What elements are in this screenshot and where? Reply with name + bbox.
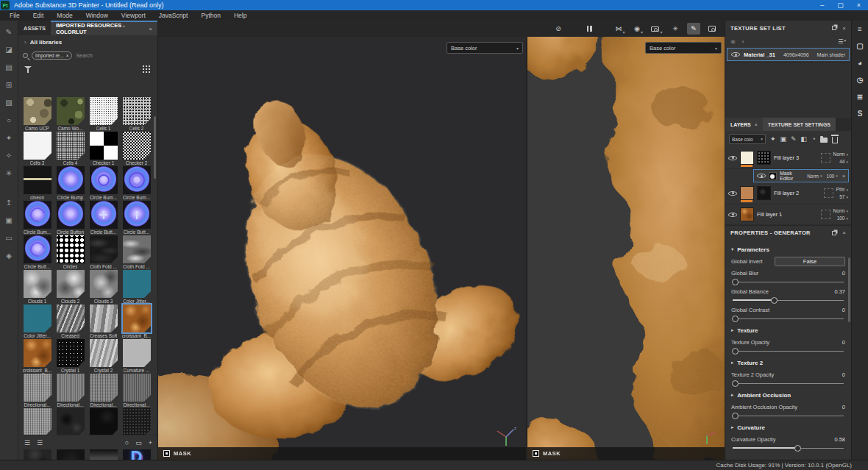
add-asset-button[interactable]: + — [149, 439, 152, 446]
close-button[interactable]: × — [857, 1, 861, 9]
mask-thumbnail[interactable] — [757, 186, 771, 200]
popout-icon[interactable] — [832, 231, 836, 235]
close-tab-icon[interactable]: × — [149, 26, 152, 32]
asset-item[interactable]: Circle Butt... — [87, 201, 120, 235]
asset-item[interactable]: Color Jitter... — [21, 305, 54, 339]
mask-toggle-2d[interactable] — [533, 450, 539, 457]
tool-icon[interactable]: ▤ — [3, 62, 15, 73]
slider-knob[interactable] — [732, 380, 739, 387]
blend-mode-select[interactable]: Norm▾ — [807, 174, 822, 179]
tab-layers[interactable]: LAYERS × — [725, 118, 763, 131]
gizmo-icon[interactable]: ◉▾ — [632, 23, 645, 35]
menu-item[interactable]: File — [3, 10, 26, 21]
layer-thumbnail[interactable] — [740, 207, 754, 221]
tool-icon[interactable]: ○ — [3, 115, 15, 126]
import-resources-icon[interactable]: ☰ — [37, 439, 43, 446]
tool-icon[interactable]: ▣ — [3, 215, 15, 226]
chip-close-icon[interactable]: × — [66, 53, 69, 58]
asset-item[interactable]: Checker 1 — [87, 132, 120, 166]
texture-set-row[interactable]: Material _31 4096x4096 Main shader — [727, 48, 850, 61]
search-filter-chip[interactable]: Imported re... × — [32, 51, 72, 60]
menu-item[interactable]: Window — [79, 10, 115, 21]
blend-mode-select[interactable]: Norm▾ — [833, 208, 848, 213]
opacity-select[interactable]: 57▾ — [839, 194, 848, 199]
asset-item[interactable]: Crystal 2 — [87, 339, 120, 374]
asset-item[interactable]: Checker 2 — [120, 132, 153, 166]
popout-icon[interactable] — [832, 26, 836, 30]
asset-item[interactable]: croissant_B... — [21, 339, 54, 374]
menu-item[interactable]: JavaScript — [152, 10, 195, 21]
asset-item[interactable]: Camo Wo... — [54, 97, 87, 132]
eye-icon[interactable] — [728, 154, 737, 162]
opacity-select[interactable]: 100▾ — [827, 174, 838, 179]
pause-engine-icon[interactable] — [583, 23, 596, 35]
rail-icon[interactable]: ◕ — [858, 59, 862, 67]
asset-item[interactable]: Camo UCP — [21, 97, 54, 132]
menu-item[interactable]: Python — [194, 10, 227, 21]
asset-item[interactable]: Cells 4 — [54, 132, 87, 166]
asset-item[interactable]: Cloth Fold ... — [120, 235, 153, 270]
eye-icon[interactable] — [757, 172, 766, 179]
menu-item[interactable]: Help — [227, 10, 253, 21]
close-tab-icon[interactable]: × — [755, 122, 758, 127]
section-curvature[interactable]: ▸ Curvature — [731, 421, 845, 433]
filter-icon[interactable] — [24, 65, 32, 73]
tool-icon[interactable]: ▭ — [3, 232, 15, 243]
section-ambient-occlusion[interactable]: ▸ Ambient Occlusion — [731, 389, 845, 401]
mask-toggle-3d[interactable] — [163, 450, 170, 457]
slider-track[interactable] — [733, 315, 844, 322]
minimize-button[interactable]: – — [820, 1, 824, 9]
slider-knob[interactable] — [794, 445, 801, 452]
menu-item[interactable]: Viewport — [115, 10, 152, 21]
material-mode-box[interactable] — [821, 210, 830, 219]
menu-item[interactable]: Mode — [50, 10, 79, 21]
tool-icon[interactable]: ✧ — [3, 150, 15, 161]
properties-scrollbar[interactable] — [848, 257, 850, 322]
tool-icon[interactable]: ◪ — [3, 44, 15, 55]
asset-item[interactable]: Directional... — [120, 374, 153, 408]
asset-item[interactable]: Circle Butt... — [120, 201, 153, 235]
panel-view-icon[interactable]: ▭ — [135, 439, 142, 446]
menu-item[interactable]: Edit — [26, 10, 51, 21]
viewport-3d[interactable]: Base color ▾ z MASK — [158, 21, 526, 460]
channel-filter-select[interactable]: Base colo ▾ — [729, 134, 766, 144]
layer-row-fill-2[interactable]: Fill layer 2 Pthr▾ 57▾ — [725, 182, 851, 204]
eye-icon[interactable] — [728, 211, 737, 218]
tool-icon[interactable]: ⊞ — [3, 79, 15, 90]
rail-icon[interactable]: ≡ — [858, 25, 862, 33]
rail-icon[interactable]: ◷ — [857, 76, 864, 84]
asset-item[interactable]: Cells 1 — [87, 97, 120, 132]
eye-icon[interactable] — [731, 51, 740, 58]
add-paint-layer-icon[interactable]: ✎ — [791, 135, 797, 143]
section-parameters[interactable]: ▾ Parameters — [731, 243, 845, 255]
slider-knob[interactable] — [732, 413, 739, 419]
slider-track[interactable] — [733, 412, 844, 419]
opacity-select[interactable]: 100▾ — [837, 216, 848, 221]
asset-item[interactable]: Cloth Fold ... — [87, 235, 120, 270]
asset-item[interactable]: Circle Bump — [54, 166, 87, 201]
maximize-button[interactable]: ▢ — [837, 1, 844, 9]
asset-item[interactable]: Directional... — [54, 374, 87, 408]
slider-track[interactable] — [733, 444, 844, 452]
asset-item[interactable]: Creases Soft — [87, 305, 120, 339]
asset-item[interactable]: Circle Button — [54, 201, 87, 235]
list-options-icon[interactable]: ☰▾ — [838, 38, 846, 45]
slider-knob[interactable] — [771, 297, 778, 304]
opacity-select[interactable]: 44▾ — [839, 159, 848, 164]
remove-effect-icon[interactable]: × — [842, 174, 845, 179]
viewport-2d[interactable]: Base color ▾ MASK — [526, 21, 725, 460]
rail-icon[interactable]: ≣ — [857, 93, 863, 101]
asset-item[interactable]: Directional... — [87, 374, 120, 408]
mask-thumbnail[interactable] — [757, 151, 771, 165]
section-texture[interactable]: ▸ Texture — [731, 324, 845, 336]
layer-thumbnail[interactable] — [740, 186, 754, 200]
tool-icon[interactable]: ▨ — [3, 97, 15, 108]
stencil-icon[interactable]: ⊘ — [552, 23, 565, 35]
slider-track[interactable] — [733, 347, 844, 355]
slider-knob[interactable] — [732, 279, 739, 285]
asset-item[interactable]: Circle Bum... — [21, 201, 54, 235]
slider-track[interactable] — [733, 380, 844, 387]
solo-icon[interactable]: ◑ — [741, 38, 744, 45]
asset-item[interactable]: Clouds 3 — [87, 270, 120, 305]
screenshot-icon[interactable] — [705, 23, 719, 35]
